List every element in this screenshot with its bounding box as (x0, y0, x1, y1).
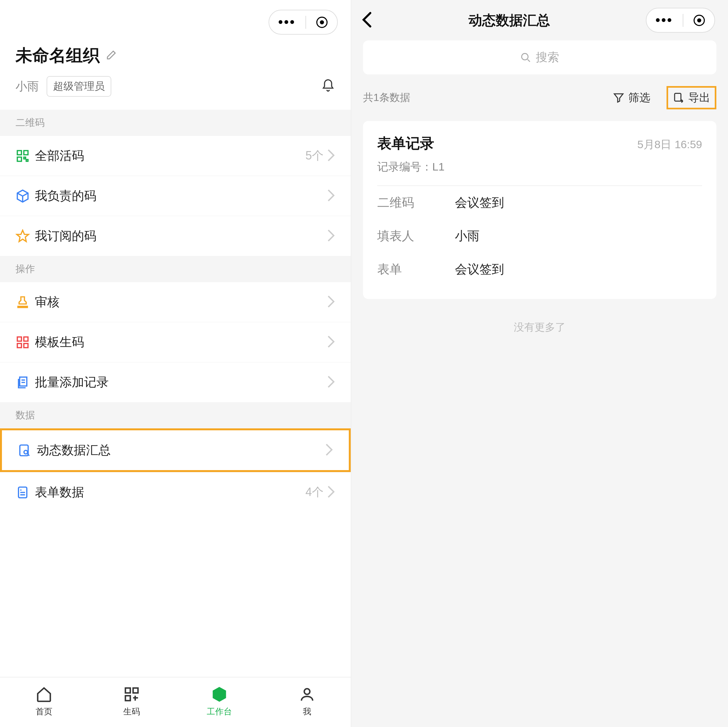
svg-rect-2 (17, 150, 22, 155)
chevron-right-icon (327, 295, 335, 310)
chevron-right-icon (327, 375, 335, 390)
item-template-gen[interactable]: 模板生码 (0, 322, 351, 362)
svg-rect-8 (24, 337, 28, 341)
svg-rect-22 (674, 93, 681, 101)
kv-val: 会议签到 (455, 194, 504, 211)
section-header-ops: 操作 (0, 256, 351, 282)
filter-button[interactable]: 筛选 (608, 88, 655, 108)
bottom-tabbar: 首页 生码 工作台 我 (0, 677, 351, 727)
tab-gen[interactable]: 生码 (88, 678, 175, 727)
item-label: 全部活码 (35, 147, 306, 164)
search-doc-icon (17, 443, 37, 458)
section-header-qr: 二维码 (0, 110, 351, 136)
pill-separator (306, 16, 306, 29)
svg-rect-11 (20, 377, 27, 386)
no-more-text: 没有更多了 (352, 304, 728, 351)
svg-rect-5 (24, 157, 26, 159)
tab-label: 我 (303, 706, 311, 717)
item-count: 4个 (306, 484, 324, 500)
form-doc-icon (15, 485, 35, 499)
stamp-icon (15, 295, 35, 309)
edit-icon[interactable] (106, 49, 117, 62)
svg-point-18 (304, 689, 310, 694)
record-card[interactable]: 表单记录 5月8日 16:59 记录编号：L1 二维码 会议签到 填表人 小雨 … (363, 121, 716, 299)
svg-rect-16 (133, 688, 138, 693)
item-my-subscribed[interactable]: 我订阅的码 (0, 216, 351, 256)
item-form-data[interactable]: 表单数据 4个 (0, 472, 351, 512)
item-label: 模板生码 (35, 334, 327, 350)
chevron-right-icon (325, 443, 333, 458)
svg-rect-6 (26, 159, 28, 161)
tab-home[interactable]: 首页 (0, 678, 88, 727)
filter-icon (613, 92, 624, 104)
miniprogram-actions-pill: ••• (646, 8, 715, 33)
item-label: 我负责的码 (35, 188, 327, 204)
chevron-right-icon (327, 335, 335, 350)
item-dynamic-summary[interactable]: 动态数据汇总 (0, 429, 351, 472)
miniprogram-actions-pill: ••• (269, 10, 338, 35)
template-grid-icon (15, 335, 35, 349)
kv-row: 表单 会议签到 (377, 253, 702, 286)
role-badge: 超级管理员 (47, 76, 111, 97)
record-no: L1 (432, 161, 445, 173)
kv-val: 会议签到 (455, 261, 504, 278)
tab-label: 工作台 (207, 706, 232, 717)
pill-separator (683, 14, 684, 27)
chevron-right-icon (327, 229, 335, 243)
svg-rect-17 (125, 696, 130, 701)
svg-rect-3 (24, 150, 28, 155)
search-icon (520, 52, 531, 63)
left-top-actions: ••• (0, 0, 351, 35)
org-title: 未命名组织 (15, 44, 99, 67)
item-label: 批量添加记录 (35, 374, 327, 390)
bell-icon[interactable] (321, 79, 335, 94)
export-button[interactable]: 导出 (667, 86, 716, 109)
export-label: 导出 (688, 90, 710, 105)
kv-val: 小雨 (455, 228, 480, 244)
star-icon (15, 229, 35, 243)
cube-icon (15, 189, 35, 203)
tab-label: 生码 (123, 706, 140, 717)
kv-row: 二维码 会议签到 (377, 186, 702, 219)
item-review[interactable]: 审核 (0, 282, 351, 322)
data-count: 共1条数据 (363, 90, 410, 105)
item-label: 表单数据 (35, 484, 306, 500)
more-icon[interactable]: ••• (278, 15, 296, 29)
item-label: 我订阅的码 (35, 228, 327, 244)
chevron-right-icon (327, 188, 335, 204)
section-header-data: 数据 (0, 402, 351, 429)
kv-row: 填表人 小雨 (377, 219, 702, 253)
item-my-responsible[interactable]: 我负责的码 (0, 176, 351, 216)
more-icon[interactable]: ••• (656, 13, 673, 28)
item-all-codes[interactable]: 全部活码 5个 (0, 136, 351, 176)
tab-workbench[interactable]: 工作台 (175, 678, 263, 727)
kv-key: 二维码 (377, 194, 455, 211)
svg-point-1 (320, 21, 324, 24)
card-title: 表单记录 (377, 134, 434, 153)
close-target-icon[interactable] (693, 14, 705, 26)
page-title: 动态数据汇总 (468, 11, 550, 29)
card-time: 5月8日 16:59 (638, 137, 702, 152)
documents-icon (15, 375, 35, 390)
svg-rect-9 (17, 343, 22, 347)
svg-rect-10 (24, 343, 28, 347)
svg-rect-7 (17, 337, 22, 341)
item-count: 5个 (306, 148, 324, 164)
svg-point-21 (522, 54, 528, 60)
close-target-icon[interactable] (316, 16, 328, 29)
username: 小雨 (15, 79, 39, 95)
svg-point-20 (697, 19, 701, 22)
tab-me[interactable]: 我 (263, 678, 351, 727)
svg-point-13 (24, 450, 28, 454)
svg-rect-4 (17, 157, 22, 161)
item-label: 动态数据汇总 (37, 442, 325, 458)
export-icon (673, 92, 684, 104)
search-input[interactable]: 搜索 (363, 40, 716, 74)
chevron-right-icon (327, 485, 335, 500)
item-batch-add[interactable]: 批量添加记录 (0, 362, 351, 402)
chevron-right-icon (327, 148, 335, 164)
item-label: 审核 (35, 294, 327, 310)
back-button[interactable] (361, 12, 373, 29)
record-label: 记录编号： (377, 161, 432, 173)
kv-key: 表单 (377, 261, 455, 278)
